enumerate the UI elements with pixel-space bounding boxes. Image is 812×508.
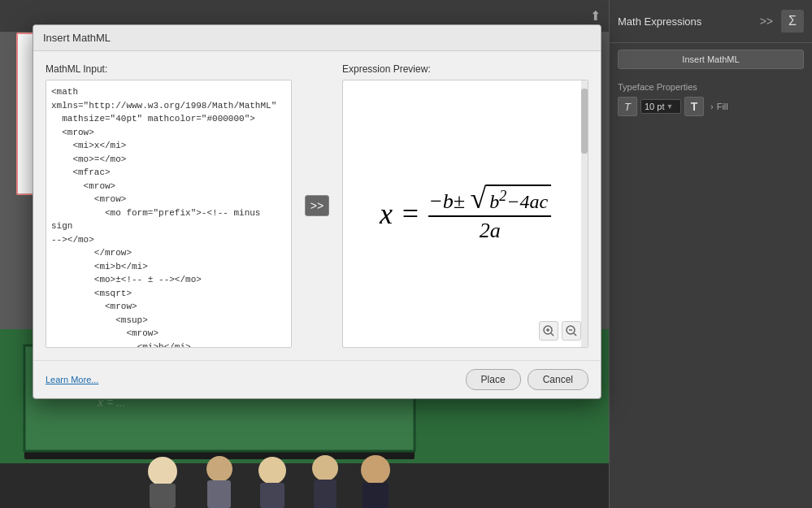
zoom-out-button[interactable] <box>562 321 581 341</box>
cancel-button[interactable]: Cancel <box>528 369 588 390</box>
arrow-right-icon: › <box>710 102 714 111</box>
dialog-footer: Learn More... Place Cancel <box>33 360 601 398</box>
font-size-input[interactable]: 10 pt ▼ <box>640 99 681 114</box>
right-panel: Math Expressions >> Σ Insert MathML Type… <box>609 0 812 508</box>
svg-point-4 <box>148 457 177 486</box>
place-button[interactable]: Place <box>466 369 521 390</box>
svg-rect-0 <box>0 459 610 508</box>
svg-point-6 <box>206 456 232 482</box>
preview-scrollbar[interactable] <box>581 80 588 347</box>
mathml-input-label: MathML Input: <box>46 63 292 75</box>
sqrt-container: √ b2−4ac <box>471 185 552 213</box>
right-panel-header: Math Expressions >> Σ <box>610 0 812 43</box>
svg-rect-9 <box>260 483 284 508</box>
dialog-title: Insert MathML <box>43 32 111 44</box>
zoom-in-icon <box>543 325 554 336</box>
right-panel-title: Math Expressions <box>618 15 701 28</box>
preview-label: Expression Preview: <box>342 63 588 75</box>
right-panel-icons: >> Σ <box>757 10 804 33</box>
svg-point-12 <box>361 455 390 484</box>
svg-rect-11 <box>314 480 337 508</box>
formula-equals: = <box>402 197 419 231</box>
arrow-button-container: >> <box>304 195 330 216</box>
svg-rect-5 <box>150 484 176 508</box>
typeface-controls: T 10 pt ▼ T › Fill <box>618 97 804 116</box>
fraction-denominator: 2a <box>480 217 501 243</box>
mathml-input-panel: MathML Input: <math xmlns="http://www.w3… <box>46 63 292 348</box>
formula-fraction: −b± √ b2−4ac 2a <box>428 185 551 243</box>
svg-point-8 <box>258 457 286 484</box>
fraction-numerator: −b± √ b2−4ac <box>428 185 551 217</box>
formula-x: x <box>380 197 393 231</box>
bold-typeface-icon[interactable]: T <box>684 97 704 116</box>
svg-rect-13 <box>363 483 389 508</box>
dialog-body: MathML Input: <math xmlns="http://www.w3… <box>33 51 601 360</box>
preview-arrow-button[interactable]: >> <box>305 195 329 216</box>
insert-mathml-panel-button[interactable]: Insert MathML <box>618 50 804 69</box>
zoom-in-button[interactable] <box>539 321 558 341</box>
dialog-titlebar: Insert MathML <box>33 25 601 51</box>
svg-point-10 <box>312 455 338 481</box>
typeface-T-icon[interactable]: T <box>618 97 637 116</box>
collapse-panel-button[interactable]: >> <box>757 13 776 29</box>
preview-scrollbar-thumb <box>581 89 588 154</box>
expression-preview-panel: Expression Preview: x = −b± √ <box>342 63 588 348</box>
svg-rect-7 <box>207 480 231 508</box>
typeface-label: Typeface Properties <box>618 82 804 92</box>
zoom-out-icon <box>566 325 577 336</box>
mathml-textarea[interactable]: <math xmlns="http://www.w3.org/1998/Math… <box>46 80 292 348</box>
preview-area: x = −b± √ b2−4ac <box>342 80 588 348</box>
typeface-section: Typeface Properties T 10 pt ▼ T › Fill <box>610 76 812 123</box>
fill-label: Fill <box>717 102 728 111</box>
math-formula: x = −b± √ b2−4ac <box>380 185 551 243</box>
insert-mathml-dialog: Insert MathML MathML Input: <math xmlns=… <box>33 24 601 399</box>
svg-line-21 <box>574 333 576 336</box>
sigma-icon: Σ <box>781 10 804 33</box>
font-size-arrow: ▼ <box>666 102 673 111</box>
export-icon[interactable]: ⬆ <box>590 8 601 24</box>
footer-buttons: Place Cancel <box>466 369 588 390</box>
learn-more-link[interactable]: Learn More... <box>46 375 98 384</box>
zoom-controls <box>539 321 581 341</box>
svg-line-18 <box>551 333 554 336</box>
